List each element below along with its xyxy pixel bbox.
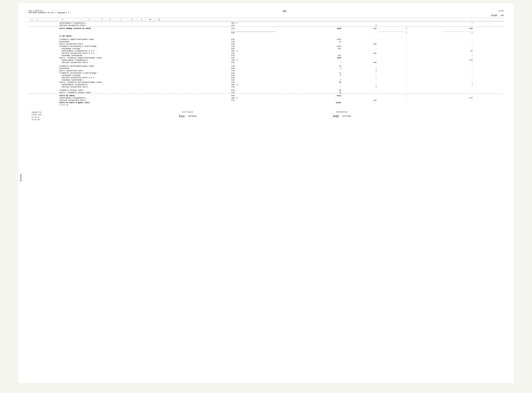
- sheet-code: 25608 - 09: [28, 14, 504, 17]
- composed-surname: КОРНЕЕВА: [188, 115, 197, 117]
- table-row: НАКЛАДНЫЕ РАСХОДЫ - РУБ 587 - - -: [28, 48, 504, 50]
- table-row: СМЕТНАЯ ЗАРАБОТНАЯ ПЛАТА - РУБ - 4 - -: [28, 86, 504, 88]
- table-row: С К=2,75: [28, 104, 504, 106]
- page-number: -41-: [282, 10, 288, 14]
- composed-label: СОСТАВИЛ: [182, 111, 193, 113]
- side-label: Альбом: [20, 174, 22, 181]
- table-row: ВСЕГО, СТОИМОСТЬ ОБЩЕСТРОИТЕЛЬНЫХ РАБОТ …: [28, 57, 504, 59]
- table-row: СТОИМОСТЬ МЕТАЛЛОМОНТАЖНЫХ РАБОТ - РУБ. …: [28, 65, 504, 67]
- table-row: ПЛАНОВЫЕ НАКОПЛЕНИЯ - РУБ. 531 - - -: [28, 54, 504, 57]
- table-row: СТОИМОСТЬ ОБЩЕСТРОИТЕЛЬНЫХ РАБОТ РУБ 356…: [28, 38, 504, 41]
- table-row: ПЛАНОВЫЕ НАКОПЛЕНИЯ - РУБ 4 - - -: [28, 79, 504, 81]
- composed-signature: Хори: [179, 114, 185, 118]
- table-row: МАТЕРИАЛЫ - РУБ. 3 - - -: [28, 67, 504, 70]
- table-row: ВСЕГО ЗАРАБОТНАЯ ПЛАТА - РУБ. - 296 - -: [28, 43, 504, 45]
- table-row: ----: [28, 30, 504, 32]
- top-divider: [28, 18, 504, 18]
- table-row: НОРМАТИВНАЯ ТРУДОЕМКОСТЬ - ЧЕЛ.-Ч - - 7: [28, 22, 504, 24]
- main-divider: [28, 21, 504, 21]
- checked-surname: КРУГЛОВА: [342, 115, 351, 117]
- table-row: ВСЕГО, СТОИМОСТЬ МЕТАЛЛОМОНТАЖНЫХ РАБОТ …: [28, 81, 504, 84]
- composed-block: СОСТАВИЛ Хори КОРНЕЕВА: [179, 111, 197, 118]
- table-row: МАТЕРИАЛЫ - РУБ. 62 - - -: [28, 41, 504, 43]
- checked-label: ПРОВЕРИЛ: [336, 111, 348, 113]
- table-row: НАКЛАДНЫЕ РАСХОДЫ - РУБ. 4 - - -: [28, 74, 504, 77]
- doc-number-right: 11730: [498, 10, 504, 14]
- doc-code: 704-I-2520.92 ПРОГРАММА КОМПЛЕКС АРС-3ЕС…: [28, 10, 71, 14]
- bottom-left-info: Письмо Гос- строя СССР № 2-Д от 14 01 91…: [32, 111, 43, 121]
- table-row: СМЕТНАЯ ЗАРАБОТНАЯ ПЛАТА - РУБ - 6 - -: [28, 24, 504, 27]
- header-top: 704-I-2520.92 ПРОГРАММА КОМПЛЕКС АРС-3ЕС…: [28, 10, 504, 14]
- checked-block: ПРОВЕРИЛ Акфу КРУГЛОВА: [333, 111, 351, 118]
- table-row: ВСЕГО, СТОИМОСТЬ ПРОЧИХ РАБОТ - РУБ. 59 …: [28, 91, 504, 94]
- table-row: НОРМАТИВНАЯ ТРУДОЕМКОСТЬ - ЧЕЛ.-Ч - - - …: [28, 97, 504, 99]
- col-numbers-row: 1 · 2 - 3 : 4 : 5 · 6 : 7 : 8 : 9 : 10 :…: [28, 19, 504, 20]
- checked-signature: Акфу: [333, 114, 339, 118]
- table-row: НОРМАТИВНАЯ ТРУДОЕМКОСТЬ В М.Р. - ЧЕЛ.-Ч…: [28, 50, 504, 52]
- total-row: ИТОГО ПРЯМЫЕ ЗАТРАТЫ ПО СМЕТЕ РУБ. 3586 …: [28, 27, 504, 30]
- footer-section: Письмо Гос- строя СССР № 2-Д от 14 01 91…: [28, 111, 504, 121]
- table-row: СМЕТНАЯ ЗАРАБОТНАЯ ПЛАТА - РУБ. - 400 - …: [28, 61, 504, 64]
- table-row: ВСЕГО ЗАРАБОТНАЯ ПЛАТА - РУБ. - 3 - -: [28, 70, 504, 72]
- table-row: СМЕТНАЯ ЗАРАБОТНАЯ ПЛАТА - РУБ. 404 - -: [28, 99, 504, 102]
- table-row: ИТОГО ПО СМЕТЕ В ЦЕНАХ 1991Г I2683: [28, 102, 504, 104]
- table-row: РУБ 1 1: [28, 32, 504, 34]
- table-row: СТОИМОСТЬ ПРОЧИХ РАБОТ - РУБ. 59 - - -: [28, 89, 504, 91]
- table-row: НОРМАТИВНАЯ ТРУДОЕМКОСТЬ - ЧЕЛ.-Ч - - - …: [28, 84, 504, 86]
- table-row: НОРМАТИВНАЯ ТРУДОЕМКОСТЬ - ЧЕЛ.-Ч - - - …: [28, 59, 504, 61]
- table-row: СМЕТНАЯ ЗАРАБОТНАЯ ПЛАТА В Н.Р. - РУБ. -…: [28, 77, 504, 79]
- table-row: СМЕТНАЯ ЗАРАБОТНАЯ ПЛАТА В Р.Р. - РУБ - …: [28, 52, 504, 54]
- table-row: СТОИМОСТЬ МАТЕРИАЛОВ И КОНСТРУКЦИИ - РУБ…: [28, 45, 504, 48]
- document-page: Альбом 704-I-2520.92 ПРОГРАММА КОМПЛЕКС …: [19, 3, 513, 383]
- main-table: НОРМАТИВНАЯ ТРУДОЕМКОСТЬ - ЧЕЛ.-Ч - - 7 …: [28, 22, 504, 106]
- table-row: В ТОМ ЧИСЛЕ:: [28, 34, 504, 37]
- final-total-row: ИТОГО ПО СМЕТЕ РУБ 4612 - - -: [28, 95, 504, 97]
- table-row: СТОИМОСТЬ МАТЕРИАЛОВ И КОНСТРУКЦИИ - РУБ…: [28, 72, 504, 74]
